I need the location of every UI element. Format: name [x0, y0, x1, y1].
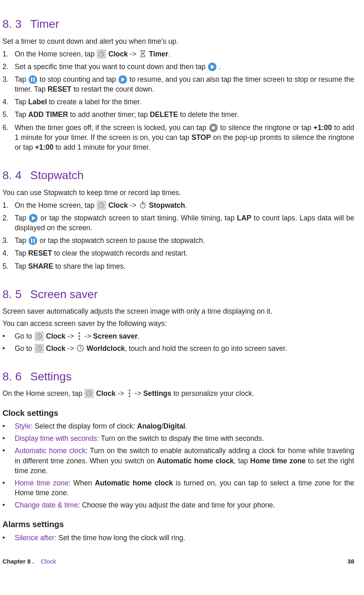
worldclock-icon: [76, 344, 84, 352]
clock-app-icon: [35, 332, 44, 341]
screensaver-bullet-2: Go to Clock -> Worldclock, touch and hol…: [2, 344, 354, 353]
page-content: 8. 3Timer Set a timer to count down and …: [2, 0, 354, 568]
setting-home-timezone: Home time zone: When Automatic home cloc…: [2, 478, 354, 498]
play-icon: [208, 63, 217, 71]
svg-line-26: [80, 348, 82, 349]
alarms-settings-bullets: Silence after: Set the time how long the…: [2, 533, 354, 543]
more-menu-icon: [77, 332, 81, 340]
footer-page-number: 38: [347, 557, 354, 566]
clock-app-icon: [97, 201, 106, 210]
screensaver-bullets: Go to Clock -> -> Screen saver. Go to Cl…: [2, 331, 354, 353]
timer-step-6: When the timer goes off, if the screen i…: [2, 123, 354, 152]
svg-line-14: [145, 202, 145, 203]
screensaver-intro2: You can access screen saver by the follo…: [2, 319, 354, 328]
svg-line-20: [39, 336, 40, 337]
stopwatch-icon: [139, 201, 147, 209]
stopwatch-step-3: Tap or tap the stopwatch screen to pause…: [2, 236, 354, 245]
clock-settings-heading: Clock settings: [2, 408, 354, 419]
svg-rect-16: [31, 238, 32, 243]
stopwatch-steps: On the Home screen, tap Clock -> Stopwat…: [2, 200, 354, 271]
heading-number: 8. 5: [2, 287, 30, 303]
page-footer: Chapter 8 . Clock 38: [2, 557, 354, 568]
more-menu-icon: [127, 389, 132, 397]
alarms-settings-heading: Alarms settings: [2, 519, 354, 530]
stopwatch-step-5: Tap SHARE to share the lap times.: [2, 261, 354, 271]
timer-steps: On the Home screen, tap Clock -> Timer. …: [2, 49, 354, 152]
heading-stopwatch: 8. 4Stopwatch: [2, 168, 354, 184]
heading-timer: 8. 3Timer: [2, 16, 354, 32]
stop-icon: [209, 123, 218, 132]
svg-line-10: [101, 205, 103, 206]
timer-intro: Set a timer to count down and alert you …: [2, 36, 354, 46]
footer-chapter-name: Clock: [41, 558, 56, 565]
clock-app-icon: [85, 389, 94, 398]
timer-step-5: Tap ADD TIMER to add another timer; tap …: [2, 110, 354, 119]
setting-auto-home: Automatic home clock: Turn on the switch…: [2, 446, 354, 475]
play-icon: [29, 214, 38, 222]
heading-number: 8. 6: [2, 369, 30, 385]
hourglass-icon: [139, 50, 147, 58]
svg-rect-17: [33, 238, 35, 243]
svg-marker-3: [211, 65, 214, 69]
stopwatch-step-2: Tap or tap the stopwatch screen to start…: [2, 213, 354, 233]
svg-marker-15: [32, 216, 36, 220]
svg-rect-5: [33, 77, 35, 82]
svg-line-29: [89, 393, 90, 394]
setting-seconds: Display time with seconds: Turn on the s…: [2, 433, 354, 443]
screensaver-intro1: Screen saver automatically adjusts the s…: [2, 306, 354, 316]
play-icon: [118, 75, 127, 84]
heading-title: Stopwatch: [30, 169, 84, 182]
svg-rect-13: [142, 202, 143, 203]
setting-change-date-time: Change date & time: Choose the way you a…: [2, 500, 354, 510]
heading-screensaver: 8. 5Screen saver: [2, 287, 354, 303]
heading-number: 8. 4: [2, 168, 30, 184]
timer-step-4: Tap Label to create a label for the time…: [2, 97, 354, 107]
footer-left: Chapter 8 . Clock: [2, 557, 56, 566]
heading-title: Timer: [30, 18, 59, 30]
footer-chapter: Chapter 8 .: [2, 558, 34, 565]
heading-settings: 8. 6Settings: [2, 369, 354, 385]
stopwatch-step-4: Tap RESET to clear the stopwatch records…: [2, 248, 354, 258]
heading-title: Screen saver: [30, 288, 98, 301]
svg-line-2: [101, 54, 103, 55]
svg-rect-7: [212, 126, 215, 129]
stopwatch-intro: You can use Stopwatch to keep time or re…: [2, 188, 354, 198]
settings-intro: On the Home screen, tap Clock -> -> Sett…: [2, 388, 354, 398]
svg-rect-4: [31, 77, 32, 82]
clock-app-icon: [97, 49, 106, 58]
heading-number: 8. 3: [2, 16, 30, 32]
heading-title: Settings: [30, 370, 71, 383]
pause-icon: [29, 236, 37, 245]
setting-silence-after: Silence after: Set the time how long the…: [2, 533, 354, 543]
svg-line-23: [39, 348, 40, 349]
timer-step-1: On the Home screen, tap Clock -> Timer.: [2, 49, 354, 59]
clock-settings-bullets: Style: Select the display form of clock:…: [2, 421, 354, 510]
setting-style: Style: Select the display form of clock:…: [2, 421, 354, 431]
timer-step-3: Tap to stop counting and tap to resume, …: [2, 74, 354, 94]
stopwatch-step-1: On the Home screen, tap Clock -> Stopwat…: [2, 200, 354, 210]
pause-icon: [29, 75, 37, 84]
clock-app-icon: [35, 344, 44, 353]
screensaver-bullet-1: Go to Clock -> -> Screen saver.: [2, 331, 354, 341]
svg-marker-6: [121, 77, 125, 82]
timer-step-2: Set a specific time that you want to cou…: [2, 62, 354, 72]
